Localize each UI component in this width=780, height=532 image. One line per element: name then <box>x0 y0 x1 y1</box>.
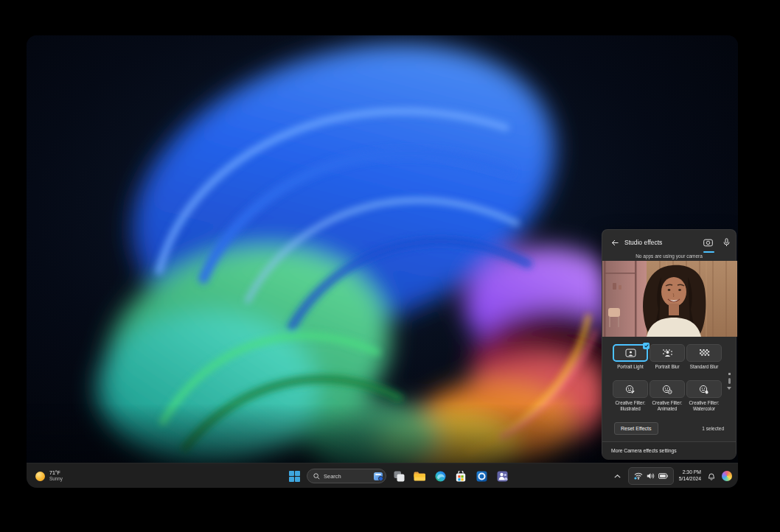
teams-icon <box>497 471 508 482</box>
effect-label: Creative Filter: Watercolor <box>685 400 723 412</box>
chevron-up-icon <box>614 475 621 478</box>
creative-filter-animated-icon <box>662 385 672 394</box>
clock-time: 2:30 PM <box>683 469 701 476</box>
back-button[interactable] <box>609 237 621 248</box>
search-icon <box>313 473 320 480</box>
effect-label: Creative Filter: Animated <box>648 400 686 412</box>
effect-label: Portrait Light <box>611 364 650 370</box>
effect-creative-filter-watercolor[interactable]: Creative Filter: Watercolor <box>686 380 722 412</box>
portrait-blur-icon <box>662 349 673 357</box>
weather-temperature: 71°F <box>49 470 63 477</box>
more-camera-settings-link[interactable]: More Camera effects settings <box>611 448 677 453</box>
quick-settings-button[interactable] <box>628 467 674 485</box>
task-view-icon <box>394 471 405 482</box>
file-explorer-button[interactable] <box>411 466 428 486</box>
desktop-screen: Studio effects No apps are using your ca… <box>27 35 738 488</box>
effect-tile[interactable] <box>613 380 648 398</box>
tab-camera[interactable] <box>700 236 715 249</box>
windows-start-icon <box>289 471 300 482</box>
effect-portrait-light[interactable]: Portrait Light <box>613 344 648 370</box>
effect-label: Creative Filter: Illustrated <box>611 400 650 412</box>
reset-effects-button[interactable]: Reset Effects <box>614 422 658 435</box>
tray-overflow-button[interactable] <box>613 466 623 486</box>
effects-scrollbar[interactable] <box>727 373 731 390</box>
selected-count: 1 selected <box>702 426 724 431</box>
clock-date: 5/14/2024 <box>679 476 701 483</box>
notification-bell-icon <box>708 472 715 480</box>
microsoft-store-icon <box>456 471 466 482</box>
outlook-button[interactable] <box>473 466 490 486</box>
outlook-icon <box>476 471 487 482</box>
teams-button[interactable] <box>494 466 510 486</box>
effect-tile[interactable] <box>686 380 722 398</box>
camera-status-text: No apps are using your camera <box>602 253 736 259</box>
search-placeholder: Search <box>324 473 370 480</box>
portrait-light-icon <box>625 349 636 357</box>
back-arrow-icon <box>611 239 619 246</box>
panel-divider <box>602 441 736 442</box>
microsoft-store-button[interactable] <box>453 466 469 486</box>
effects-row-2: Creative Filter: Illustrated Creative Fi… <box>613 380 722 412</box>
effect-portrait-blur[interactable]: Portrait Blur <box>650 344 685 370</box>
studio-effects-panel: Studio effects No apps are using your ca… <box>602 229 737 459</box>
panel-footer: More Camera effects settings <box>602 442 736 460</box>
search-box[interactable]: Search <box>307 469 386 483</box>
file-explorer-icon <box>414 472 425 481</box>
active-tab-indicator <box>703 251 714 253</box>
panel-header: Studio effects <box>602 234 736 251</box>
weather-condition: Sunny <box>49 476 63 482</box>
notification-button[interactable] <box>706 466 717 486</box>
effect-tile[interactable] <box>650 344 685 362</box>
sun-icon <box>35 472 45 481</box>
effect-label: Portrait Blur <box>648 364 686 370</box>
scrollbar-up-arrow[interactable] <box>728 373 731 375</box>
weather-widget[interactable]: 71°F Sunny <box>31 466 67 486</box>
taskbar-center: Search <box>286 463 510 488</box>
effect-tile[interactable] <box>686 344 722 362</box>
camera-preview-image <box>602 261 737 337</box>
taskbar: 71°F Sunny <box>27 463 738 488</box>
taskbar-tray: 2:30 PM 5/14/2024 <box>613 463 732 488</box>
creative-filter-watercolor-icon <box>699 385 709 394</box>
start-button[interactable] <box>286 466 302 486</box>
effect-standard-blur[interactable]: Standard Blur <box>686 344 722 370</box>
scrollbar-thumb[interactable] <box>728 378 731 384</box>
effect-creative-filter-animated[interactable]: Creative Filter: Animated <box>650 380 685 412</box>
effect-tile[interactable] <box>650 380 685 398</box>
edge-button[interactable] <box>432 466 448 486</box>
effect-creative-filter-illustrated[interactable]: Creative Filter: Illustrated <box>613 380 648 412</box>
scrollbar-down-arrow[interactable] <box>727 387 731 390</box>
wifi-icon <box>634 472 643 480</box>
selected-check-badge <box>643 343 650 349</box>
camera-icon <box>703 239 713 247</box>
camera-preview <box>602 261 737 337</box>
effect-tile[interactable] <box>613 344 648 362</box>
panel-title: Studio effects <box>624 239 662 246</box>
clock[interactable]: 2:30 PM 5/14/2024 <box>679 469 701 483</box>
edge-icon <box>435 471 446 482</box>
effects-row-1: Portrait Light Portrait Blur <box>613 344 722 370</box>
effect-label: Standard Blur <box>685 364 723 370</box>
tab-microphone[interactable] <box>720 236 733 249</box>
copilot-icon[interactable] <box>722 471 732 481</box>
device-frame: Studio effects No apps are using your ca… <box>0 0 780 532</box>
microphone-icon <box>723 238 730 247</box>
volume-icon <box>647 472 655 480</box>
battery-icon <box>658 473 668 479</box>
standard-blur-icon <box>699 349 710 357</box>
creative-filter-illustrated-icon <box>625 385 636 394</box>
task-view-button[interactable] <box>391 466 407 486</box>
search-highlights-icon <box>374 472 383 480</box>
